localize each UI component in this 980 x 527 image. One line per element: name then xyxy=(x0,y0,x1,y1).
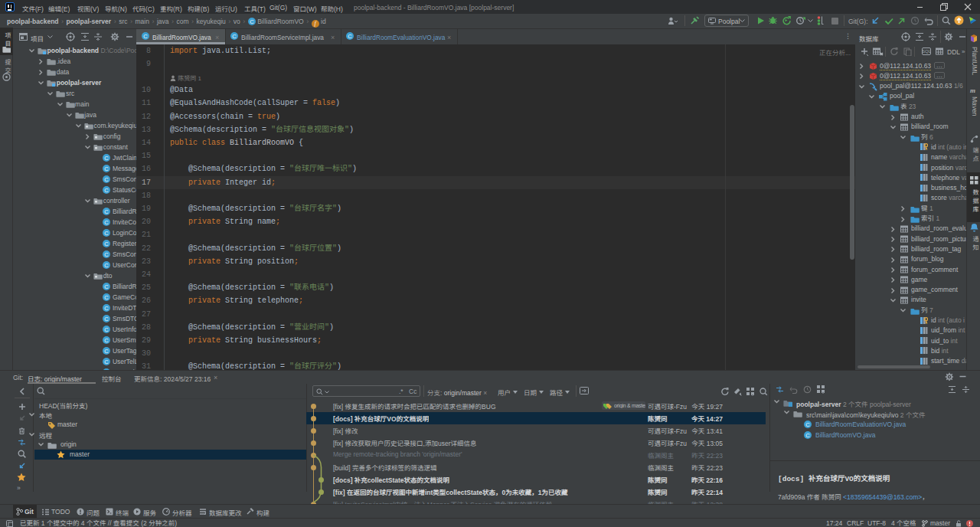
svg-text:C: C xyxy=(104,262,109,269)
svg-text:C: C xyxy=(104,283,109,290)
svg-text:C: C xyxy=(104,219,109,226)
svg-text:C: C xyxy=(104,358,109,365)
svg-text:C: C xyxy=(104,187,109,194)
svg-text:C: C xyxy=(104,165,109,172)
svg-text:C: C xyxy=(104,176,109,183)
svg-text:C: C xyxy=(104,241,109,247)
svg-text:C: C xyxy=(805,421,810,428)
svg-text:C: C xyxy=(104,316,109,322)
svg-text:C: C xyxy=(232,33,237,40)
svg-text:C: C xyxy=(104,305,109,312)
svg-text:C: C xyxy=(348,33,352,40)
svg-text:C: C xyxy=(104,208,109,215)
svg-text:C: C xyxy=(104,326,109,333)
svg-text:C: C xyxy=(104,155,109,162)
svg-text:C: C xyxy=(104,251,109,258)
svg-text:SQL: SQL xyxy=(922,49,931,54)
svg-text:C: C xyxy=(143,33,148,40)
svg-text:C: C xyxy=(104,230,109,237)
svg-text:C: C xyxy=(250,18,254,25)
svg-text:C: C xyxy=(104,337,109,344)
svg-text:C: C xyxy=(805,432,810,439)
svg-text:C: C xyxy=(104,348,109,355)
svg-text:C: C xyxy=(104,294,109,301)
